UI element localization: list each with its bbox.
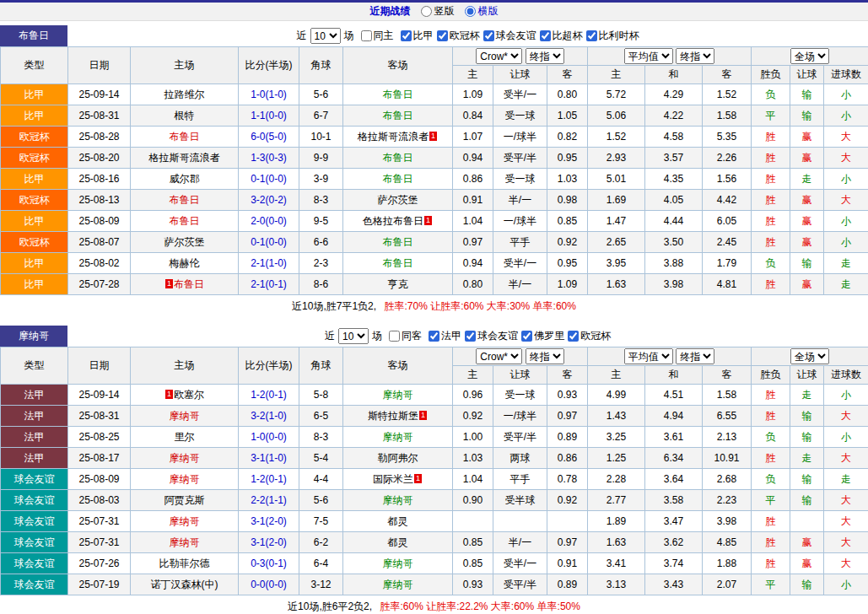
bookmaker-header: Crow* 终指 (453, 347, 588, 366)
corner-count: 6-4 (299, 553, 343, 574)
handicap-odds-away: 0.86 (547, 448, 588, 469)
handicap-outcome: 赢 (790, 274, 824, 295)
average-select[interactable]: 平均值 (624, 348, 673, 364)
page-title: 近期战绩 (370, 4, 411, 19)
book-index-select[interactable]: 终指 (526, 348, 564, 364)
match-row: 法甲25-08-17摩纳哥3-1(1-0)5-4勒阿弗尔1.03两球0.861.… (1, 448, 868, 469)
bookmaker-select[interactable]: Crow* (476, 348, 522, 364)
avg-odds-away: 2.26 (703, 148, 752, 169)
league-filter[interactable]: 法甲 (425, 329, 461, 343)
home-team: 阿贾克斯 (131, 490, 239, 511)
league-filter[interactable]: 球会友谊 (480, 29, 536, 43)
league-filter-checkbox[interactable] (401, 30, 412, 41)
match-count-select[interactable]: 10 (310, 28, 341, 44)
home-team: 摩纳哥 (131, 448, 239, 469)
league-filter-checkbox[interactable] (568, 331, 579, 342)
same-venue-filter[interactable]: 同主 (358, 29, 394, 43)
scope-select[interactable]: 全场 (790, 348, 829, 364)
avg-odds-draw: 4.51 (645, 385, 703, 406)
score-halftime: 2-0(0-0) (239, 211, 299, 232)
league-filter[interactable]: 比甲 (397, 29, 434, 43)
goals-outcome: 小 (824, 385, 868, 406)
avg-index-select[interactable]: 终指 (676, 48, 714, 64)
away-team: 布鲁日 (343, 105, 453, 127)
handicap-line: 受一球 (493, 385, 547, 406)
handicap-odds-home: 0.96 (453, 385, 493, 406)
col-type: 类型 (1, 347, 68, 385)
team-tab: 摩纳哥 (0, 326, 67, 347)
layout-horizontal-option[interactable]: 横版 (465, 4, 499, 19)
handicap-odds-home: 1.00 (453, 427, 493, 448)
scope-select[interactable]: 全场 (790, 48, 829, 64)
league-filter-checkbox[interactable] (429, 331, 439, 342)
match-date: 25-08-16 (68, 169, 131, 190)
home-team: 摩纳哥 (131, 532, 239, 553)
col-odds-away: 客 (547, 66, 588, 84)
league-filter-checkbox[interactable] (521, 331, 532, 342)
match-date: 25-08-25 (68, 427, 131, 448)
handicap-line: 受一球 (493, 169, 547, 190)
layout-vertical-option[interactable]: 竖版 (421, 4, 455, 19)
score-halftime: 0-3(0-1) (239, 553, 299, 574)
same-venue-filter[interactable]: 同客 (385, 329, 422, 343)
book-index-select[interactable]: 终指 (526, 48, 564, 64)
avg-odds-away: 1.79 (703, 253, 752, 274)
league-filter[interactable]: 球会友谊 (461, 329, 518, 343)
league-filter[interactable]: 欧冠杯 (434, 29, 480, 43)
handicap-odds-away: 0.95 (547, 148, 588, 169)
avg-odds-away: 1.58 (703, 105, 752, 127)
league-badge: 法甲 (1, 406, 68, 427)
handicap-line: 受平/半 (493, 148, 547, 169)
handicap-odds-away: 0.91 (547, 553, 588, 574)
col-date: 日期 (68, 347, 131, 385)
vertical-radio[interactable] (421, 6, 432, 17)
col-avg-home: 主 (588, 366, 645, 385)
handicap-line: 受半/一 (493, 84, 547, 105)
result-outcome: 平 (752, 574, 790, 595)
league-filter[interactable]: 欧冠杯 (564, 329, 611, 343)
away-team: 布鲁日 (343, 253, 453, 274)
match-date: 25-09-14 (68, 84, 131, 105)
goals-outcome: 小 (824, 169, 868, 190)
handicap-odds-away: 0.93 (547, 385, 588, 406)
handicap-line: 受平/半 (493, 427, 547, 448)
red-card-badge: 1 (165, 390, 173, 399)
league-filter[interactable]: 比利时杯 (583, 29, 639, 43)
match-row: 球会友谊25-08-03阿贾克斯2-2(1-1)5-6摩纳哥0.90受半球0.9… (1, 490, 868, 511)
avg-odds-home: 1.69 (588, 190, 645, 211)
league-badge: 比甲 (1, 84, 68, 105)
avg-odds-home: 1.43 (588, 406, 645, 427)
handicap-odds-home: 1.07 (453, 127, 493, 148)
league-filter-checkbox[interactable] (465, 331, 476, 342)
handicap-odds-home: 1.04 (453, 211, 493, 232)
league-filter-checkbox[interactable] (437, 30, 448, 41)
result-outcome: 胜 (752, 385, 790, 406)
match-count-select[interactable]: 10 (338, 328, 369, 344)
same-venue-checkbox[interactable] (361, 30, 372, 41)
home-team: 威尔郡 (131, 169, 239, 190)
same-venue-checkbox[interactable] (389, 331, 400, 342)
league-filter[interactable]: 佛罗里 (518, 329, 564, 343)
league-filter-checkbox[interactable] (586, 30, 597, 41)
avg-odds-draw: 3.88 (645, 253, 703, 274)
avg-odds-away: 4.81 (703, 274, 752, 295)
result-outcome: 平 (752, 105, 790, 127)
horizontal-radio[interactable] (465, 6, 476, 17)
corner-count: 6-6 (299, 232, 343, 253)
col-corner: 角球 (299, 347, 343, 385)
score-halftime: 0-1(0-0) (239, 232, 299, 253)
league-filter-checkbox[interactable] (540, 30, 551, 41)
goals-outcome: 小 (824, 427, 868, 448)
goals-outcome: 大 (824, 490, 868, 511)
league-filter-checkbox[interactable] (483, 30, 494, 41)
away-team: 格拉斯哥流浪者1 (343, 127, 453, 148)
score-halftime: 3-2(1-0) (239, 406, 299, 427)
bookmaker-select[interactable]: Crow* (476, 48, 522, 64)
league-filter[interactable]: 比超杯 (536, 29, 583, 43)
handicap-outcome: 输 (790, 253, 824, 274)
handicap-outcome: 输 (790, 574, 824, 595)
average-select[interactable]: 平均值 (624, 48, 673, 64)
avg-odds-away: 1.88 (703, 553, 752, 574)
avg-index-select[interactable]: 终指 (676, 348, 714, 364)
avg-odds-draw: 3.98 (645, 274, 703, 295)
